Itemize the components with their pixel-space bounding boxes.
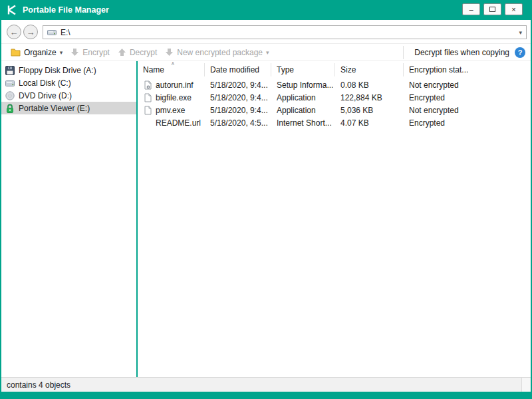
address-bar[interactable]: E:\ ▾ (43, 25, 527, 39)
new-encrypted-package-label: New encrypted package (177, 48, 263, 57)
file-list: Name ∧ Date modified Type Size Encryptio… (138, 61, 531, 377)
file-name-cell: README.url (138, 118, 205, 128)
file-name-cell: autorun.inf (138, 80, 205, 90)
sidebar-item-label: Portable Viewer (E:) (19, 104, 90, 113)
file-size-cell: 0.08 KB (335, 80, 404, 90)
sidebar-item-floppy-a[interactable]: Floppy Disk Drive (A:) (1, 64, 136, 76)
file-name-cell: pmv.exe (138, 106, 205, 115)
window-title: Portable File Manager (23, 5, 109, 15)
forward-button[interactable]: → (23, 25, 38, 39)
file-icon (143, 93, 152, 102)
sidebar-item-local-c[interactable]: Local Disk (C:) (1, 76, 136, 89)
window-content: ← → E:\ ▾ (1, 20, 531, 392)
file-date-cell: 5/18/2020, 9:4... (205, 80, 271, 90)
down-arrow-icon (70, 48, 79, 57)
minimize-icon: – (469, 6, 473, 13)
file-size-cell: 4.07 KB (335, 118, 404, 128)
sidebar-item-label: Local Disk (C:) (19, 78, 71, 88)
navigation-bar: ← → E:\ ▾ (1, 20, 531, 44)
file-size-cell: 122,884 KB (335, 93, 404, 102)
down-arrow-icon (165, 48, 174, 57)
file-list-header: Name ∧ Date modified Type Size Encryptio… (138, 61, 531, 78)
file-row[interactable]: bigfile.exe 5/18/2020, 9:4... Applicatio… (138, 91, 531, 104)
column-header-date-modified[interactable]: Date modified (205, 63, 271, 76)
file-name-cell: bigfile.exe (138, 93, 205, 102)
encrypt-label: Encrypt (82, 48, 110, 57)
organize-chevron-icon: ▾ (60, 49, 63, 56)
decrypt-when-copying-label: Decrypt files when copying (414, 48, 509, 57)
file-size-cell: 5,036 KB (335, 106, 404, 115)
file-icon (143, 106, 152, 115)
column-header-name[interactable]: Name ∧ (138, 63, 205, 76)
address-dropdown-icon[interactable]: ▾ (519, 29, 522, 36)
sidebar-item-portable-e[interactable]: Portable Viewer (E:) (1, 102, 136, 114)
file-encryption-cell: Encrypted (404, 93, 531, 102)
close-button[interactable]: × (505, 3, 523, 15)
file-icon-placeholder (143, 118, 152, 128)
back-arrow-icon: ← (10, 27, 19, 37)
file-date-cell: 5/18/2020, 9:4... (205, 93, 271, 102)
file-row[interactable]: autorun.inf 5/18/2020, 9:4... Setup Info… (138, 78, 531, 91)
drive-sidebar: Floppy Disk Drive (A:) Local Disk (C:) (1, 61, 136, 377)
file-type-cell: Setup Informa... (271, 80, 335, 90)
lock-icon (5, 104, 15, 113)
maximize-button[interactable] (483, 3, 501, 15)
resize-grip[interactable] (521, 378, 531, 392)
address-path: E:\ (61, 28, 70, 37)
file-type-cell: Internet Short... (271, 118, 335, 128)
file-row[interactable]: README.url 5/18/2020, 4:5... Internet Sh… (138, 116, 531, 129)
main-area: Floppy Disk Drive (A:) Local Disk (C:) (1, 61, 531, 377)
maximize-icon (489, 7, 495, 12)
file-date-cell: 5/18/2020, 4:5... (205, 118, 271, 128)
toolbar: Organize ▾ Encrypt Decrypt (1, 44, 531, 61)
sidebar-item-label: DVD Drive (D:) (19, 91, 72, 100)
column-header-size[interactable]: Size (335, 63, 404, 76)
sidebar-item-dvd-d[interactable]: DVD Drive (D:) (1, 89, 136, 102)
file-type-cell: Application (271, 93, 335, 102)
app-window: Portable File Manager – × ← → (0, 0, 532, 399)
drive-icon (47, 29, 57, 37)
encrypt-button[interactable]: Encrypt (66, 45, 114, 60)
new-package-chevron-icon: ▾ (266, 49, 269, 56)
hard-disk-icon (5, 79, 15, 87)
file-encryption-cell: Not encrypted (404, 106, 531, 115)
close-icon: × (511, 6, 515, 13)
decrypt-label: Decrypt (130, 48, 157, 57)
minimize-button[interactable]: – (462, 3, 480, 15)
status-text: contains 4 objects (7, 380, 70, 390)
forward-arrow-icon: → (27, 27, 35, 37)
file-row[interactable]: pmv.exe 5/18/2020, 9:4... Application 5,… (138, 104, 531, 116)
file-encryption-cell: Encrypted (404, 118, 531, 128)
decrypt-button[interactable]: Decrypt (114, 45, 161, 60)
dvd-disc-icon (5, 91, 15, 100)
help-icon[interactable]: ? (515, 47, 525, 58)
file-type-cell: Application (271, 106, 335, 115)
column-header-type[interactable]: Type (271, 63, 335, 76)
file-date-cell: 5/18/2020, 9:4... (205, 106, 271, 115)
column-header-encryption-status[interactable]: Encryption stat... (404, 63, 531, 76)
new-encrypted-package-button[interactable]: New encrypted package ▾ (161, 45, 273, 60)
back-button[interactable]: ← (7, 25, 21, 39)
organize-button[interactable]: Organize ▾ (7, 45, 66, 60)
status-bar: contains 4 objects (1, 377, 531, 392)
window-titlebar: Portable File Manager – × (0, 0, 532, 20)
setup-file-icon (143, 80, 152, 90)
kaspersky-logo-icon (7, 5, 17, 15)
folder-icon (11, 48, 21, 57)
floppy-disk-icon (5, 66, 15, 75)
organize-label: Organize (24, 48, 57, 57)
toolbar-separator (403, 46, 404, 59)
file-encryption-cell: Not encrypted (404, 80, 531, 90)
sidebar-item-label: Floppy Disk Drive (A:) (19, 66, 96, 75)
up-arrow-icon (118, 48, 126, 57)
sort-ascending-icon: ∧ (171, 61, 175, 66)
